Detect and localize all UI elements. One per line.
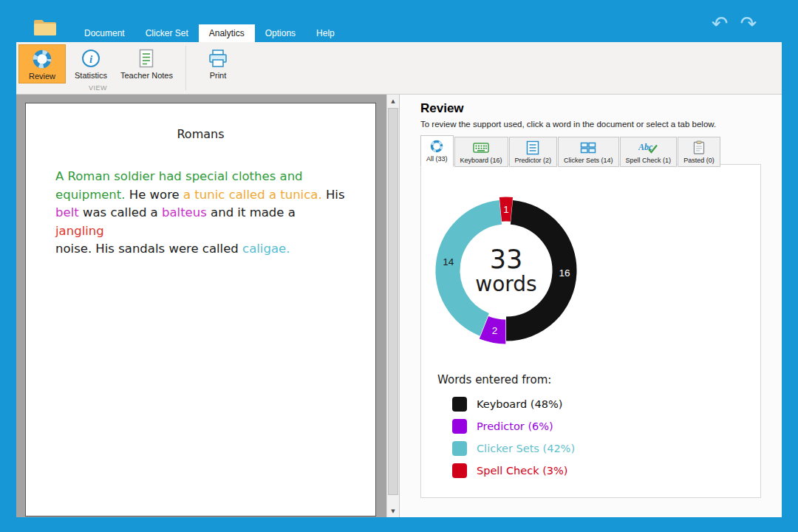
tab-label: Clicker Sets (14) bbox=[564, 157, 613, 164]
menu-tab-options[interactable]: Options bbox=[255, 24, 306, 42]
document-text: A Roman soldier had special clothes ande… bbox=[55, 168, 346, 259]
document-word-segment[interactable]: belt bbox=[55, 205, 79, 219]
document-line: belt was called a balteus and it made a … bbox=[55, 204, 346, 240]
legend-label: Predictor (6%) bbox=[477, 420, 553, 432]
legend-item-predictor: Predictor (6%) bbox=[452, 419, 575, 434]
ribbon-group-print: Print bbox=[192, 42, 244, 94]
document-line: A Roman soldier had special clothes and bbox=[55, 168, 346, 186]
document-word-segment: and it made a bbox=[207, 205, 296, 219]
tab-clicker-sets[interactable]: Clicker Sets (14) bbox=[558, 137, 619, 167]
tab-label: Keyboard (16) bbox=[460, 157, 502, 164]
predictor-icon bbox=[525, 140, 540, 155]
legend-swatch bbox=[452, 419, 467, 434]
redo-button[interactable]: ↷ bbox=[740, 13, 757, 33]
tab-all[interactable]: All (33) bbox=[420, 135, 454, 167]
menu-tab-help[interactable]: Help bbox=[306, 24, 345, 42]
review-button[interactable]: Review bbox=[18, 44, 66, 83]
tab-predictor[interactable]: Predictor (2) bbox=[509, 137, 558, 167]
tab-label: Pasted (0) bbox=[683, 157, 715, 164]
donut-segment-value: 1 bbox=[503, 204, 509, 215]
legend-swatch bbox=[452, 463, 467, 478]
redo-icon: ↷ bbox=[740, 20, 757, 33]
donut-segment-value: 14 bbox=[443, 256, 454, 267]
teacher-notes-button[interactable]: Teacher Notes bbox=[116, 44, 177, 83]
ribbon-group-view: ReviewiStatisticsTeacher Notes VIEW bbox=[16, 42, 180, 94]
document-word-segment[interactable]: equipment. bbox=[55, 188, 126, 202]
spell-check-icon: Abc bbox=[638, 140, 658, 155]
document-line: equipment. He wore a tunic called a tuni… bbox=[55, 186, 346, 205]
scrollbar-thumb[interactable] bbox=[388, 108, 398, 495]
tab-spell-check[interactable]: AbcSpell Check (1) bbox=[620, 137, 678, 167]
donut-segment-clicker-sets[interactable] bbox=[448, 212, 500, 324]
document-word-segment: noise. His sandals were called bbox=[55, 242, 242, 256]
ribbon-group-label: VIEW bbox=[89, 84, 107, 94]
legend-label: Spell Check (3%) bbox=[477, 465, 568, 477]
review-icon bbox=[31, 48, 53, 70]
document-title: Romans bbox=[55, 127, 346, 141]
undo-icon: ↶ bbox=[712, 20, 729, 33]
undo-button[interactable]: ↶ bbox=[712, 13, 729, 33]
ribbon-button-label: Statistics bbox=[75, 71, 107, 80]
ribbon-group-view-buttons: ReviewiStatisticsTeacher Notes bbox=[18, 44, 178, 84]
menu-tab-document[interactable]: Document bbox=[74, 24, 135, 42]
document-word-segment: His bbox=[322, 188, 345, 202]
title-bar: DocumentClicker SetAnalyticsOptionsHelp … bbox=[0, 0, 798, 42]
all-icon bbox=[429, 139, 444, 154]
legend-label: Keyboard (48%) bbox=[477, 398, 562, 410]
statistics-icon: i bbox=[81, 47, 101, 69]
scroll-down-arrow-icon[interactable]: ▼ bbox=[387, 505, 399, 517]
document-area: Romans A Roman soldier had special cloth… bbox=[16, 95, 399, 517]
print-button[interactable]: Print bbox=[194, 44, 242, 83]
legend-item-clicker-sets: Clicker Sets (42%) bbox=[452, 441, 575, 456]
document-word-segment[interactable]: caligae. bbox=[242, 242, 290, 256]
teacher-notes-icon bbox=[137, 47, 156, 69]
ribbon-group-print-buttons: Print bbox=[194, 44, 242, 84]
review-panel: Review To review the support used, click… bbox=[399, 95, 782, 517]
print-icon bbox=[208, 47, 228, 69]
menu-tab-analytics[interactable]: Analytics bbox=[199, 24, 255, 42]
clicker-sets-icon bbox=[580, 140, 596, 155]
panel-title: Review bbox=[420, 101, 464, 116]
document-line: noise. His sandals were called caligae. bbox=[55, 240, 346, 259]
keyboard-icon bbox=[473, 140, 489, 155]
statistics-button[interactable]: iStatistics bbox=[67, 44, 115, 83]
document-word-segment[interactable]: jangling bbox=[55, 224, 104, 238]
legend-label: Clicker Sets (42%) bbox=[477, 443, 575, 454]
document-word-segment: He wore bbox=[126, 188, 183, 202]
document-page[interactable]: Romans A Roman soldier had special cloth… bbox=[26, 103, 375, 516]
menu-tab-clicker-set[interactable]: Clicker Set bbox=[135, 24, 199, 42]
donut-segment-value: 2 bbox=[492, 325, 498, 336]
ribbon: ReviewiStatisticsTeacher Notes VIEW Prin… bbox=[16, 42, 782, 95]
menu-bar: DocumentClicker SetAnalyticsOptionsHelp bbox=[74, 24, 345, 42]
donut-segment-keyboard[interactable] bbox=[506, 212, 565, 329]
document-word-segment[interactable]: balteus bbox=[162, 205, 207, 219]
tab-label: Spell Check (1) bbox=[626, 157, 672, 164]
panel-subtitle: To review the support used, click a word… bbox=[420, 120, 716, 129]
document-word-segment[interactable]: a tunic called a tunica. bbox=[183, 188, 322, 202]
main-area: Romans A Roman soldier had special cloth… bbox=[16, 95, 782, 517]
review-tab-content: 116214 33 words Words entered from: Keyb… bbox=[420, 164, 761, 498]
review-tabs: All (33)Keyboard (16)Predictor (2)Clicke… bbox=[420, 135, 721, 167]
legend-swatch bbox=[452, 441, 467, 456]
ribbon-button-label: Print bbox=[210, 71, 227, 80]
legend: Keyboard (48%)Predictor (6%)Clicker Sets… bbox=[452, 397, 575, 478]
pasted-icon bbox=[692, 140, 706, 155]
ribbon-button-label: Review bbox=[29, 72, 55, 81]
donut-segment-value: 16 bbox=[559, 267, 570, 279]
tab-label: All (33) bbox=[426, 155, 448, 163]
document-word-segment[interactable]: A Roman soldier had special clothes and bbox=[55, 169, 303, 183]
folder-icon[interactable] bbox=[33, 16, 58, 38]
scroll-up-arrow-icon[interactable]: ▲ bbox=[387, 95, 399, 107]
legend-item-spell-check: Spell Check (3%) bbox=[452, 463, 575, 478]
tab-keyboard[interactable]: Keyboard (16) bbox=[454, 137, 508, 167]
tab-pasted[interactable]: Pasted (0) bbox=[678, 137, 720, 167]
legend-swatch bbox=[452, 397, 467, 412]
donut-chart-wrap: 116214 bbox=[432, 197, 580, 344]
tab-label: Predictor (2) bbox=[515, 157, 552, 164]
history-buttons: ↶↷ bbox=[712, 13, 757, 33]
legend-title: Words entered from: bbox=[437, 373, 551, 386]
legend-item-keyboard: Keyboard (48%) bbox=[452, 397, 575, 412]
document-scrollbar[interactable]: ▲ ▼ bbox=[386, 95, 399, 517]
ribbon-button-label: Teacher Notes bbox=[120, 71, 173, 80]
donut-chart: 116214 bbox=[432, 197, 580, 344]
